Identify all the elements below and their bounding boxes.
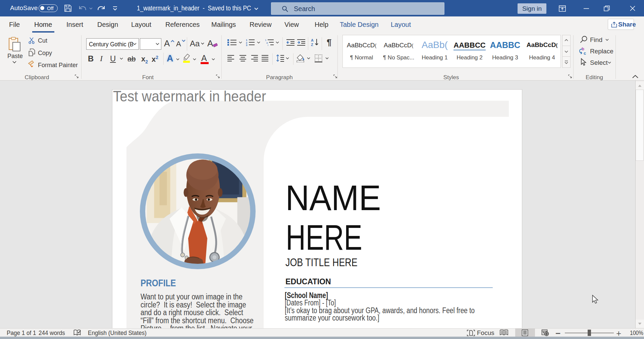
svg-text:c: c [584,51,586,55]
svg-text:3: 3 [246,44,248,46]
svg-text:A: A [311,38,314,42]
svg-text:Z: Z [311,43,313,46]
svg-text:i: i [268,44,268,46]
